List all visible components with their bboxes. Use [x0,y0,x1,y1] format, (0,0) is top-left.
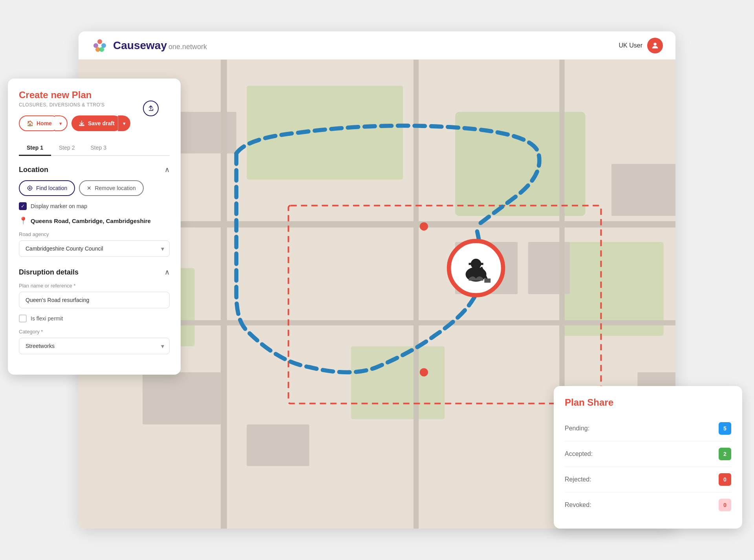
location-buttons: Find location ✕ Remove location [19,180,170,196]
svg-rect-19 [611,164,675,216]
left-panel: Create new Plan CLOSURES, DIVERSIONS & T… [8,79,181,375]
action-row: 🏠 Home ▾ Save draft [19,115,170,131]
panel-inner: Create new Plan CLOSURES, DIVERSIONS & T… [8,79,181,375]
svg-rect-14 [174,112,236,154]
find-location-button[interactable]: Find location [19,180,75,196]
user-name-label: UK User [619,42,642,49]
svg-point-0 [97,39,102,44]
home-icon: 🏠 [27,120,33,126]
svg-point-32 [466,267,487,282]
remove-location-label: Remove location [95,185,135,191]
panel-title-area: Create new Plan CLOSURES, DIVERSIONS & T… [19,90,170,108]
svg-rect-11 [351,346,445,419]
home-label: Home [37,120,52,126]
browser-header: Causewayone.network UK User [79,31,675,60]
location-chevron-up-icon[interactable]: ∧ [165,165,170,174]
svg-point-30 [420,368,428,376]
road-agency-label: Road agency [19,231,170,237]
svg-point-33 [471,259,481,269]
location-pin-icon: 📍 [19,216,27,225]
plan-name-label: Plan name or reference * [19,283,170,289]
svg-point-4 [99,47,104,52]
flexi-permit-checkbox[interactable] [19,315,27,322]
svg-rect-10 [559,242,663,336]
step-1-tab[interactable]: Step 1 [19,141,51,156]
pending-row: Pending: 5 [565,416,731,441]
home-chevron-down-icon: ▾ [59,121,62,126]
svg-rect-25 [221,60,227,529]
logo-area: Causewayone.network [91,37,207,54]
remove-location-button[interactable]: ✕ Remove location [79,180,143,196]
steps-row: Step 1 Step 2 Step 3 [19,141,170,156]
causeway-logo-icon [91,37,108,54]
plan-name-input[interactable] [19,292,170,308]
svg-rect-28 [288,205,601,403]
rejected-badge: 0 [719,473,731,486]
road-agency-select-wrapper: Cambridgeshire County Council Norfolk Co… [19,240,170,257]
pending-label: Pending: [565,425,589,432]
user-avatar[interactable] [647,38,663,53]
page-wrapper: Causewayone.network UK User [0,0,754,560]
accepted-label: Accepted: [565,450,593,458]
category-select[interactable]: Streetworks Highway Works Utility Works [19,338,170,354]
svg-rect-34 [469,263,483,265]
location-section: Location ∧ Find location [19,165,170,257]
step-3-tab[interactable]: Step 3 [83,141,114,156]
svg-rect-22 [247,425,309,466]
find-location-icon [27,185,33,191]
svg-rect-9 [455,112,586,216]
svg-point-31 [449,241,503,295]
location-title: Location [19,166,48,174]
home-button[interactable]: 🏠 Home [19,115,60,131]
disruption-section-header: Disruption details ∧ [19,268,170,276]
step-2-tab[interactable]: Step 2 [51,141,82,156]
rejected-label: Rejected: [565,476,591,483]
save-chevron-down-icon: ▾ [123,121,126,126]
save-icon [79,120,85,126]
svg-rect-37 [79,125,84,126]
home-btn-group: 🏠 Home ▾ [19,115,68,131]
home-dropdown-button[interactable]: ▾ [55,115,68,131]
disruption-title: Disruption details [19,268,79,276]
svg-line-35 [481,267,487,280]
svg-point-39 [29,188,31,189]
svg-rect-18 [528,242,570,294]
revoked-row: Revoked: 0 [565,492,731,518]
save-dropdown-button[interactable]: ▾ [118,115,130,131]
svg-point-29 [420,222,428,231]
svg-rect-36 [484,278,490,283]
svg-rect-17 [455,242,518,294]
share-icon [148,105,154,112]
plan-share-panel: Plan Share Pending: 5 Accepted: 2 Reject… [554,386,742,529]
svg-point-5 [653,42,656,45]
display-marker-checkbox[interactable]: ✓ [19,202,27,210]
share-button[interactable] [143,101,159,116]
accepted-row: Accepted: 2 [565,441,731,467]
svg-rect-7 [247,86,403,179]
disruption-section: Disruption details ∧ Plan name or refere… [19,266,170,354]
display-marker-label: Display marker on map [31,203,87,209]
revoked-badge: 0 [719,499,731,511]
location-value-row: 📍 Queens Road, Cambridge, Cambridgeshire [19,216,170,225]
create-title: Create new Plan [19,90,170,101]
category-label: Category * [19,329,170,335]
flexi-permit-label: Is flexi permit [31,315,63,322]
save-draft-label: Save draft [88,120,115,126]
save-btn-group: Save draft ▾ [71,115,130,131]
rejected-row: Rejected: 0 [565,467,731,492]
road-agency-select[interactable]: Cambridgeshire County Council Norfolk Co… [19,240,170,257]
user-area: UK User [619,38,663,53]
flexi-permit-row: Is flexi permit [19,315,170,322]
logo-text: Causewayone.network [113,39,207,52]
location-value-text: Queens Road, Cambridge, Cambridgeshire [31,218,151,224]
location-section-header: Location ∧ [19,165,170,174]
remove-icon: ✕ [87,185,92,191]
category-select-wrapper: Streetworks Highway Works Utility Works … [19,338,170,354]
checkmark-icon: ✓ [21,203,25,209]
disruption-chevron-up-icon[interactable]: ∧ [165,268,170,276]
revoked-label: Revoked: [565,501,591,509]
plan-share-title: Plan Share [565,397,731,408]
save-draft-button[interactable]: Save draft [71,115,122,131]
svg-rect-21 [143,372,221,425]
accepted-badge: 2 [719,448,731,460]
